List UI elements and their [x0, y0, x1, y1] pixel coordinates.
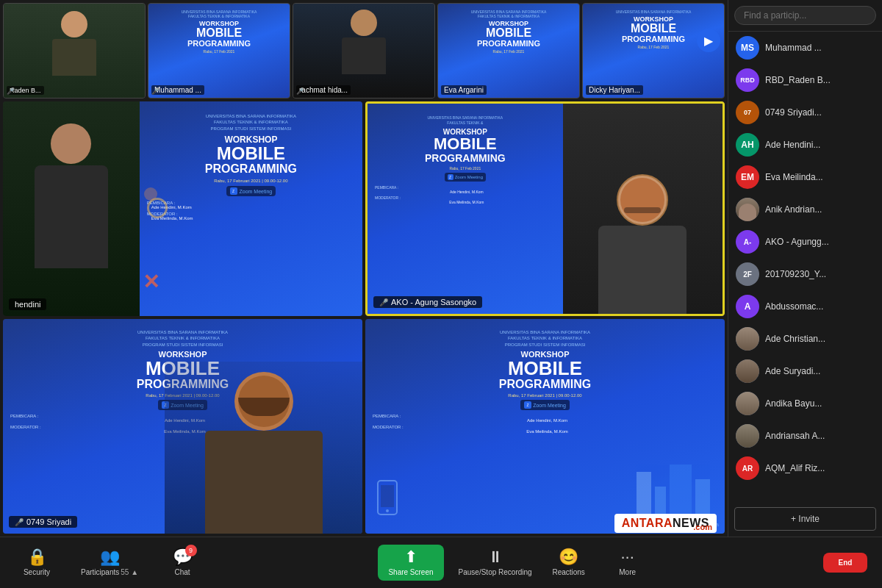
- mic-icon-1: 🎤: [7, 87, 15, 95]
- more-icon: ···: [620, 549, 634, 565]
- share-screen-button[interactable]: ⬆ Share Screen: [378, 545, 443, 581]
- participant-name-ar: AQM_Alif Riz...: [765, 463, 825, 473]
- cell-3-name-tag: 🎤 0749 Sriyadi: [9, 516, 77, 528]
- chat-badge: 9: [185, 545, 197, 556]
- participant-item[interactable]: MS Muhammad ...: [728, 32, 882, 64]
- avatar-andrian: [736, 424, 759, 448]
- participant-item[interactable]: RBD RBD_Raden B...: [728, 64, 882, 96]
- avatar-andika: [736, 392, 759, 415]
- participants-label: Participants: [81, 568, 119, 576]
- participant-item[interactable]: AH Ade Hendini...: [728, 129, 882, 161]
- avatar-ms: MS: [736, 36, 759, 60]
- avatar-ade-c: [736, 327, 759, 351]
- chat-label: Chat: [175, 568, 190, 576]
- pause-recording-label: Pause/Stop Recording: [459, 568, 532, 576]
- more-label: More: [619, 568, 636, 576]
- participant-item[interactable]: A Abdussomac...: [728, 290, 882, 323]
- participant-name-0749: 0749 Sriyadi...: [765, 107, 822, 118]
- watermark-antara: ANTARA: [622, 517, 673, 530]
- avatar-abdu: A: [736, 295, 759, 318]
- video-cell-1: UNIVERSITAS BINA SARANA INFORMATIKAFAKUL…: [3, 101, 362, 316]
- mic-icon-2: 🎤: [151, 87, 159, 95]
- security-icon: 🔒: [27, 549, 47, 565]
- share-screen-label: Share Screen: [388, 568, 433, 576]
- deco-circle-2: [144, 187, 157, 201]
- participant-name-ade-c: Ade Christian...: [765, 334, 825, 344]
- participant-list: MS Muhammad ... RBD RBD_Raden B... 07 07…: [728, 32, 882, 501]
- reactions-icon: 😊: [559, 549, 578, 565]
- participant-name-abdu: Abdussomac...: [765, 301, 823, 312]
- avatar-ar: AR: [736, 456, 759, 480]
- participant-item[interactable]: EM Eva Meilinda...: [728, 161, 882, 193]
- poster-univ-2: UNIVERSITAS BINA SARANA INFORMATIKAFAKUL…: [182, 10, 257, 18]
- participant-item[interactable]: Ade Christian...: [728, 323, 882, 355]
- participant-name-em: Eva Meilinda...: [765, 172, 823, 182]
- participant-name-2f: 201709230_Y...: [765, 269, 826, 279]
- search-area: [728, 0, 882, 32]
- avatar-anik: [736, 198, 759, 221]
- participant-item[interactable]: Andika Bayu...: [728, 387, 882, 420]
- svg-rect-5: [381, 485, 394, 507]
- video-cell-3: UNIVERSITAS BINA SARANA INFORMATIKAFAKUL…: [3, 319, 362, 534]
- invite-button[interactable]: + Invite: [734, 507, 876, 531]
- participant-name-ms: Muhammad ...: [765, 43, 822, 53]
- svg-point-6: [386, 509, 389, 512]
- mic-icon-3: 🎤: [296, 87, 304, 95]
- pause-recording-icon: ⏸: [487, 549, 503, 565]
- deco-x: ✕: [143, 270, 159, 294]
- participant-item[interactable]: Ade Suryadi...: [728, 355, 882, 387]
- participants-icon: 👥: [100, 549, 120, 565]
- thumbnail-1[interactable]: Raden B... 🎤: [3, 3, 146, 98]
- participant-item[interactable]: A- AKO - Agungg...: [728, 226, 882, 258]
- toolbar: 🔒 Security 👥 Participants 55 ▲: [0, 537, 882, 588]
- share-screen-icon: ⬆: [404, 549, 417, 565]
- participants-sidebar: MS Muhammad ... RBD RBD_Raden B... 07 07…: [728, 0, 882, 537]
- end-label: End: [839, 559, 853, 567]
- participant-item[interactable]: Anik Andrian...: [728, 193, 882, 226]
- avatar-0749: 07: [736, 101, 759, 124]
- participants-button[interactable]: 👥 Participants 55 ▲: [81, 549, 138, 576]
- cell-2-name-tag: 🎤 AKO - Agung Sasongko: [373, 296, 482, 308]
- thumb-name-3: rachmat hida...: [296, 85, 351, 95]
- participant-name-ako: AKO - Agungg...: [765, 237, 829, 247]
- participant-item[interactable]: 2F 201709230_Y...: [728, 258, 882, 290]
- more-button[interactable]: ··· More: [606, 549, 650, 576]
- security-label: Security: [24, 568, 50, 576]
- participant-item[interactable]: 07 0749 Sriyadi...: [728, 96, 882, 129]
- participant-name-andrian: Andriansah A...: [765, 431, 825, 441]
- mic-icon-speaker: 🎤: [379, 298, 388, 306]
- security-button[interactable]: 🔒 Security: [15, 549, 59, 576]
- video-cell-2: UNIVERSITAS BINA SARANA INFORMATIKAFAKUL…: [365, 101, 725, 316]
- reactions-label: Reactions: [552, 568, 584, 576]
- participants-count-label: 55 ▲: [121, 568, 138, 576]
- cell-1-name-tag: hendini: [9, 298, 46, 310]
- chat-button[interactable]: 💬 9 Chat: [160, 549, 204, 576]
- participant-name-ade-s: Ade Suryadi...: [765, 366, 820, 376]
- video-cell-4: UNIVERSITAS BINA SARANA INFORMATIKAFAKUL…: [365, 319, 725, 534]
- search-input[interactable]: [734, 6, 876, 25]
- participant-name-andika: Andika Bayu...: [765, 398, 822, 409]
- thumb-name-5: Dicky Hariyan...: [586, 85, 643, 95]
- thumbnail-2[interactable]: UNIVERSITAS BINA SARANA INFORMATIKAFAKUL…: [148, 3, 290, 98]
- avatar-em: EM: [736, 165, 759, 189]
- pause-recording-button[interactable]: ⏸ Pause/Stop Recording: [459, 549, 532, 576]
- participant-name-ah: Ade Hendini...: [765, 140, 820, 150]
- participant-item[interactable]: Andriansah A...: [728, 420, 882, 452]
- participant-name-anik: Anik Andrian...: [765, 204, 822, 215]
- avatar-ako: A-: [736, 230, 759, 254]
- watermark-domain: .com: [693, 523, 712, 531]
- avatar-rbd: RBD: [736, 68, 759, 92]
- participant-name-rbd: RBD_Raden B...: [765, 75, 831, 85]
- mic-icon-cell3: 🎤: [15, 518, 24, 526]
- avatar-ade-s: [736, 359, 759, 383]
- next-arrow[interactable]: ▶: [697, 29, 720, 52]
- participant-item[interactable]: AR AQM_Alif Riz...: [728, 452, 882, 484]
- reactions-button[interactable]: 😊 Reactions: [547, 549, 591, 576]
- end-button[interactable]: End: [823, 553, 867, 573]
- phone-deco: [376, 479, 398, 519]
- thumbnail-3[interactable]: rachmat hida... 🎤: [293, 3, 435, 98]
- thumbnail-4[interactable]: UNIVERSITAS BINA SARANA INFORMATIKAFAKUL…: [437, 3, 580, 98]
- avatar-2f: 2F: [736, 262, 759, 286]
- avatar-ah: AH: [736, 133, 759, 157]
- watermark: ANTARA NEWS .com: [614, 514, 717, 533]
